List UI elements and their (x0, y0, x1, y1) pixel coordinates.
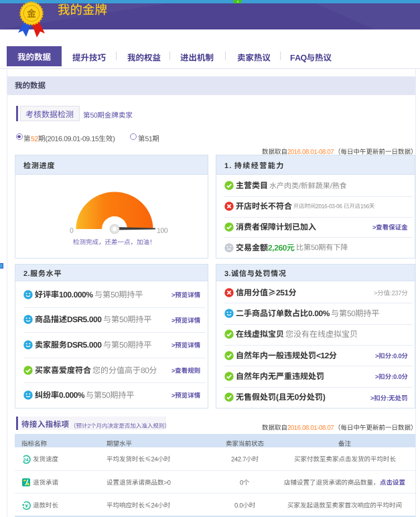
svg-text:24: 24 (23, 456, 29, 462)
svg-text:¥: ¥ (25, 503, 28, 509)
